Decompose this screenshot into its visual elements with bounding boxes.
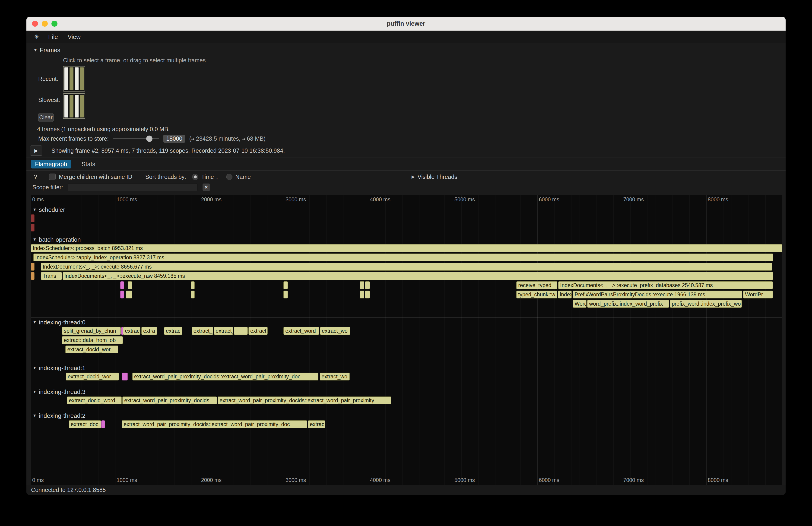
scope-bar[interactable]: extract [123,327,141,335]
clear-filter-button[interactable]: × [203,184,210,191]
scope-bar[interactable]: typed_chunk::w [516,291,557,298]
scope-bar[interactable] [120,281,124,289]
scope-bar[interactable]: split_grenad_by_chun [62,327,121,335]
scope-bar[interactable]: extract [248,327,268,335]
theme-toggle-icon[interactable]: ☀ [31,33,42,40]
tab-stats[interactable]: Stats [77,160,99,169]
scope-bar[interactable]: extract_docid_word [67,396,122,404]
scope-bar[interactable]: prefix_word::index_prefix_wo [670,300,742,308]
scope-bar[interactable] [234,327,248,335]
scope-bar[interactable]: extract_word_pair_proximity_docids::extr… [122,420,307,428]
scope-bar[interactable] [284,281,288,289]
play-icon: ▶ [34,148,38,154]
frame-thumbnail-bar[interactable] [70,68,73,90]
frame-thumbnail-bar[interactable] [80,68,84,90]
frame-thumbnail-bar[interactable] [64,68,68,90]
scope-bar[interactable]: Trans [41,272,62,280]
scope-bar[interactable]: WordPr [743,291,773,298]
scope-bar[interactable]: extract_word_pair_proximity_docids::extr… [132,372,318,380]
frame-thumbnail-bar[interactable] [75,68,78,90]
scope-bar[interactable] [365,291,369,298]
scope-bar[interactable]: extrac [308,420,325,428]
scope-bar[interactable]: IndexDocuments<_, _>::execute_prefix_dat… [558,281,773,289]
thread-header[interactable]: ▼batch-operation [31,235,782,244]
sort-name-option[interactable]: Name [226,174,251,180]
close-button[interactable] [32,20,38,27]
scope-bar[interactable] [124,372,128,380]
scope-bar[interactable]: IndexScheduler>::process_batch 8953.821 … [31,244,782,252]
scope-bar[interactable] [31,272,34,280]
help-button[interactable]: ? [32,174,39,180]
scope-bar[interactable] [126,291,132,298]
scope-bar[interactable] [360,291,364,298]
frame-thumbnail-bar[interactable] [64,95,68,117]
scope-bar[interactable]: extract_wo [320,372,350,380]
scope-bar[interactable] [31,263,34,271]
scope-bar[interactable] [360,281,364,289]
flamegraph-canvas[interactable]: 0 ms1000 ms2000 ms3000 ms4000 ms5000 ms6… [31,195,782,485]
frame-thumbnail-bar[interactable] [80,95,84,117]
scope-bar[interactable]: extract::data_from_ob [62,336,123,344]
scope-bar[interactable]: extract_word [284,327,319,335]
merge-children-checkbox[interactable] [49,174,56,180]
scope-bar[interactable]: extra [141,327,157,335]
scope-bar[interactable]: Word [573,300,586,308]
thread-section: ▼indexing-thread:2extract_docextract_wor… [31,411,782,435]
scope-bar[interactable]: extrac [164,327,183,335]
chevron-down-icon: ▼ [33,390,37,394]
thread-header[interactable]: ▼indexing-thread:2 [31,411,782,420]
play-button[interactable]: ▶ [30,146,42,156]
scope-bar[interactable]: extract_doc [69,420,101,428]
minimize-button[interactable] [42,20,48,27]
thread-header[interactable]: ▼scheduler [31,205,782,214]
scope-bar[interactable] [191,281,195,289]
zoom-button[interactable] [52,20,57,27]
scope-bar[interactable] [31,214,34,222]
recent-frames-thumbnail[interactable] [63,66,85,91]
scope-bar[interactable]: extract_word_pair_proximity_docids [122,396,217,404]
frame-thumbnail-bar[interactable] [75,95,78,117]
scope-bar[interactable]: IndexDocuments<_, _>::execute 8656.677 m… [41,263,772,271]
thread-section: ▼indexing-thread:3extract_docid_wordextr… [31,387,782,411]
max-frames-slider[interactable] [113,134,159,143]
thread-header[interactable]: ▼indexing-thread:0 [31,318,782,327]
scope-bar[interactable] [120,291,124,298]
scope-bar[interactable]: word_prefix::index_word_prefix [587,300,669,308]
sort-name-radio[interactable] [226,174,232,180]
scope-bar[interactable]: extract_wo [320,327,351,335]
frames-header[interactable]: ▼ Frames [26,46,786,54]
thread-header[interactable]: ▼indexing-thread:1 [31,363,782,372]
scope-bar[interactable]: IndexDocuments<_, _>::execute_raw 8459.1… [62,272,773,280]
scope-bar[interactable]: PrefixWordPairsProximityDocids::execute … [573,291,742,298]
scope-bar[interactable] [101,420,105,428]
scope-row: extract::data_from_ob [31,336,782,345]
scope-bar[interactable]: extract_docid_wor [66,346,118,353]
scope-bar[interactable] [284,291,288,298]
scope-bar[interactable]: index [558,291,572,298]
scope-bar[interactable] [191,291,195,298]
slider-knob[interactable] [146,135,153,142]
tab-flamegraph[interactable]: Flamegraph [31,160,71,169]
scope-row: IndexDocuments<_, _>::execute 8656.677 m… [31,263,782,271]
scope-bar[interactable]: extract_ [214,327,233,335]
scope-bar[interactable]: IndexScheduler>::apply_index_operation 8… [33,253,773,261]
sort-time-radio[interactable] [192,174,198,180]
max-frames-value[interactable]: 18000 [163,135,185,143]
frame-thumbnail-bar[interactable] [70,95,73,117]
thread-header[interactable]: ▼indexing-thread:3 [31,387,782,396]
sort-time-option[interactable]: Time ↓ [192,174,218,180]
clear-button[interactable]: Clear [38,113,54,122]
menu-file[interactable]: File [45,32,61,42]
scope-bar[interactable]: extract_docid_wor [66,372,119,380]
slowest-frames-thumbnail[interactable] [63,93,85,119]
menu-view[interactable]: View [64,32,84,42]
scope-filter-input[interactable] [68,183,198,191]
scope-bar[interactable]: receive_typed_ [516,281,557,289]
visible-threads-toggle[interactable]: ▶ Visible Threads [411,173,457,181]
scope-bar[interactable] [128,281,132,289]
scope-bar[interactable]: extract_ [192,327,213,335]
sort-direction-icon[interactable]: ↓ [216,174,219,180]
scope-bar[interactable]: extract_word_pair_proximity_docids::extr… [218,396,391,404]
scope-bar[interactable] [365,281,369,289]
scope-bar[interactable] [31,224,34,232]
